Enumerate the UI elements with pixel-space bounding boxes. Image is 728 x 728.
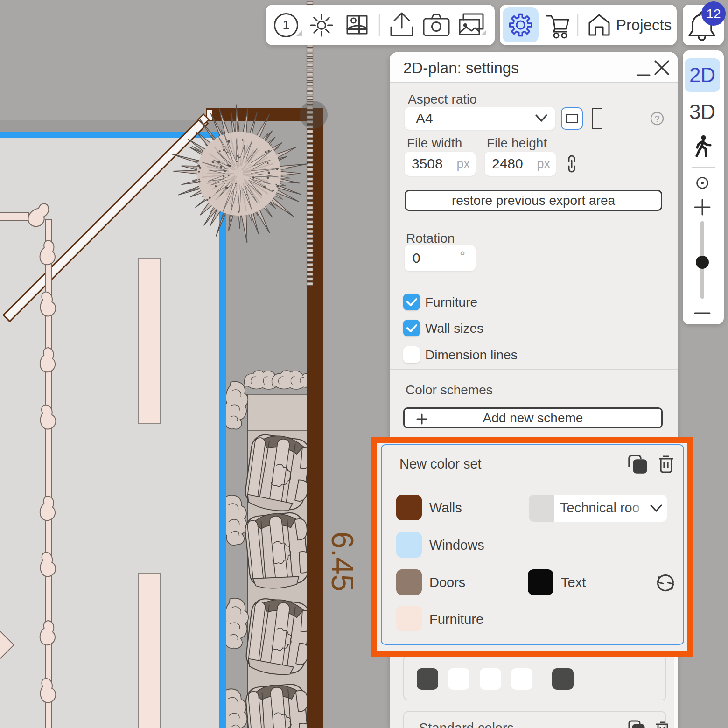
svg-text:6.45: 6.45 xyxy=(325,532,360,591)
svg-text:Projects: Projects xyxy=(616,16,672,34)
svg-text:?: ? xyxy=(655,114,660,124)
svg-text:1: 1 xyxy=(282,18,289,32)
svg-text:12: 12 xyxy=(706,7,721,21)
